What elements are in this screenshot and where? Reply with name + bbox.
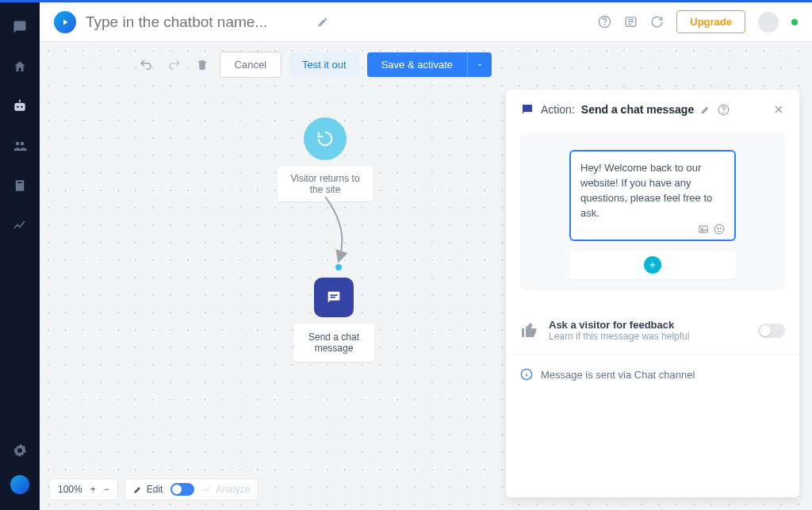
panel-close-icon[interactable] (772, 103, 785, 116)
zoom-level: 100% (58, 484, 82, 495)
help-icon[interactable] (598, 15, 611, 29)
svg-rect-0 (14, 103, 25, 111)
svg-rect-3 (19, 100, 21, 102)
refresh-icon[interactable] (650, 15, 664, 29)
undo-icon[interactable] (136, 55, 156, 75)
svg-rect-11 (330, 294, 337, 296)
feedback-subtitle: Learn if this message was helpful (549, 331, 749, 342)
svg-rect-12 (330, 297, 335, 298)
svg-point-18 (718, 228, 718, 229)
thumbs-icon (520, 321, 539, 340)
upgrade-button[interactable]: Upgrade (676, 10, 745, 33)
sidebar-home-icon[interactable] (11, 58, 29, 75)
svg-point-19 (720, 228, 721, 229)
message-container: Hey! Welcome back to our website! If you… (520, 132, 785, 290)
attach-image-icon[interactable] (698, 224, 709, 235)
panel-edit-icon[interactable] (700, 104, 711, 115)
edit-name-icon[interactable] (317, 17, 328, 28)
redo-icon (164, 55, 185, 75)
trigger-icon (304, 117, 347, 160)
edit-mode-button[interactable]: Edit (133, 484, 163, 495)
sidebar-book-icon[interactable] (11, 177, 29, 194)
add-message-row (569, 251, 736, 279)
svg-rect-7 (17, 182, 22, 184)
left-sidebar (0, 2, 40, 510)
top-header: Upgrade (40, 2, 812, 42)
panel-help-icon[interactable] (718, 104, 730, 116)
message-box[interactable]: Hey! Welcome back to our website! If you… (569, 150, 736, 241)
save-dropdown-button[interactable] (467, 52, 492, 77)
mode-switcher: Edit Analyze (124, 478, 259, 500)
message-textarea[interactable]: Hey! Welcome back to our website! If you… (580, 161, 725, 220)
user-avatar[interactable] (758, 12, 779, 33)
svg-point-9 (604, 25, 605, 25)
sidebar-settings-icon[interactable] (11, 442, 29, 459)
trigger-label: Visitor returns to the site (278, 167, 373, 201)
info-text: Message is sent via Chat channel (541, 369, 695, 381)
info-icon (520, 368, 533, 381)
trigger-node[interactable]: Visitor returns to the site (278, 117, 373, 201)
feedback-toggle[interactable] (758, 324, 785, 338)
chatbot-name-input[interactable] (86, 13, 308, 31)
panel-action-prefix: Action: (541, 103, 575, 116)
analyze-mode-label: Analyze (216, 484, 250, 495)
sidebar-chat-icon[interactable] (11, 18, 29, 36)
zoom-control: 100% + − (49, 478, 118, 500)
action-settings-panel: Action: Send a chat message Hey! Welcome… (506, 90, 799, 497)
feedback-option: Ask a visitor for feedback Learn if this… (506, 303, 799, 348)
delete-icon[interactable] (193, 56, 212, 75)
connector-dot[interactable] (335, 264, 342, 270)
panel-action-name: Send a chat message (581, 103, 694, 116)
mode-toggle[interactable] (170, 483, 194, 496)
sidebar-brand-icon[interactable] (10, 475, 29, 494)
sidebar-analytics-icon[interactable] (11, 217, 29, 234)
feedback-title: Ask a visitor for feedback (549, 319, 749, 331)
zoom-in-button[interactable]: + (90, 484, 96, 495)
svg-point-16 (701, 228, 703, 230)
sidebar-users-icon[interactable] (11, 137, 29, 155)
news-icon[interactable] (624, 15, 638, 29)
svg-point-2 (21, 106, 23, 109)
status-indicator (791, 19, 798, 25)
svg-point-4 (16, 142, 20, 146)
action-node[interactable]: Send a chat message (293, 278, 374, 362)
test-button[interactable]: Test it out (289, 52, 359, 77)
svg-point-14 (723, 112, 724, 113)
zoom-out-button[interactable]: − (104, 484, 109, 495)
sidebar-bot-icon[interactable] (11, 98, 29, 115)
panel-chat-icon (520, 102, 534, 117)
svg-rect-6 (16, 180, 25, 191)
analyze-mode-button[interactable]: Analyze (202, 484, 250, 495)
svg-point-5 (21, 142, 25, 146)
action-label: Send a chat message (293, 324, 374, 362)
save-activate-button[interactable]: Save & activate (367, 52, 467, 77)
emoji-icon[interactable] (714, 224, 725, 235)
connector-arrow (317, 197, 373, 268)
info-row: Message is sent via Chat channel (506, 355, 799, 393)
brand-logo-icon[interactable] (54, 11, 76, 33)
edit-mode-label: Edit (147, 484, 163, 495)
cancel-button[interactable]: Cancel (220, 52, 282, 78)
flow-canvas[interactable]: Cancel Test it out Save & activate Visit… (40, 42, 506, 510)
svg-point-17 (714, 225, 724, 235)
action-icon (314, 278, 354, 317)
svg-point-1 (17, 106, 19, 109)
add-message-button[interactable] (644, 256, 661, 274)
